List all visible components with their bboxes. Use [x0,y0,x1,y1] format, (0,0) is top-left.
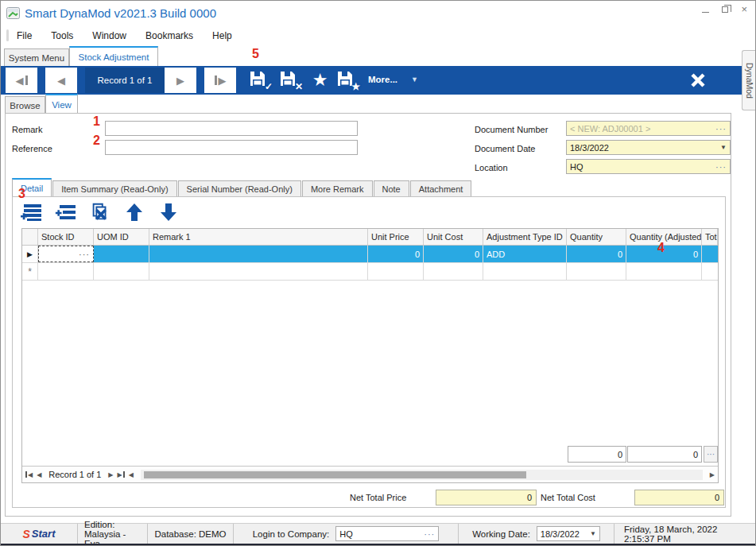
last-record-button[interactable]: ▶ [204,68,236,93]
document-number-lookup-icon[interactable]: ··· [715,124,727,134]
location-lookup-icon[interactable]: ··· [715,162,727,172]
tab-serial-number[interactable]: Serial Number (Read-Only) [178,180,301,197]
login-company-section: Login to Company: HQ··· [234,524,459,544]
col-remark-1[interactable]: Remark 1 [149,229,368,245]
cell-remark-1[interactable] [149,246,368,262]
login-company-field[interactable]: HQ··· [335,526,439,541]
tab-item-summary[interactable]: Item Summary (Read-Only) [52,180,176,197]
add-row-icon[interactable] [21,201,43,223]
annotation-2: 2 [93,134,100,148]
tab-browse[interactable]: Browse [5,96,45,114]
working-date-field[interactable]: 18/3/2022▼ [537,526,600,541]
datetime-status: Friday, 18 March, 2022 2:15:37 PM [614,524,755,544]
reference-label: Reference [12,144,52,153]
col-stock-id[interactable]: Stock ID [38,229,94,245]
document-date-field[interactable]: 18/3/2022▼ [566,140,731,155]
nav-first-icon[interactable]: ◀ [25,471,33,478]
working-date-section: Working Date: 18/3/2022▼ [459,524,614,544]
tab-view[interactable]: View [45,94,78,114]
grid-record-navigator: ◀ ◀ Record 1 of 1 ▶ ▶ ◀ ▶ [22,466,718,482]
nav-previous-icon[interactable]: ◀ [37,471,41,478]
col-unit-price[interactable]: Unit Price [368,229,424,245]
cell-total[interactable] [702,246,718,262]
detail-tab-strip: Detail Item Summary (Read-Only) Serial N… [12,178,472,197]
grid-row-new[interactable]: * [22,263,718,281]
first-record-button[interactable]: ◀ [6,68,37,93]
minimize-icon[interactable] [702,6,709,13]
nav-next-icon[interactable]: ▶ [108,471,113,478]
document-date-dropdown-icon[interactable]: ▼ [720,144,727,151]
tab-more-remark[interactable]: More Remark [302,180,373,197]
tab-note[interactable]: Note [374,180,409,197]
net-total-price-field: 0 [436,490,537,505]
col-total[interactable]: Tot [702,229,718,245]
net-total-cost-field: 0 [634,490,724,505]
menu-tools[interactable]: Tools [51,30,73,41]
menu-bookmarks[interactable]: Bookmarks [145,30,193,41]
cell-unit-price[interactable]: 0 [368,246,424,262]
next-record-button[interactable]: ▶ [165,68,196,93]
detail-grid-toolbar [21,201,180,223]
save-cancel-icon[interactable]: ✕ [279,70,300,91]
horizontal-scrollbar[interactable] [141,470,703,480]
move-down-icon[interactable] [157,201,180,223]
cell-uom-id[interactable] [94,246,149,262]
login-company-lookup-icon[interactable]: ··· [424,529,435,539]
more-dropdown-caret-icon[interactable]: ▼ [411,76,418,83]
close-window-icon[interactable]: × [741,6,747,14]
row-selector-icon: ▶ [22,246,38,262]
start-logo-icon: S [23,528,30,540]
move-up-icon[interactable] [123,201,145,223]
previous-record-button[interactable]: ◀ [45,68,77,93]
grid-row-selected[interactable]: ▶ ··· 0 0 ADD 0 0 [22,246,718,263]
nav-last-icon[interactable]: ▶ [118,471,125,478]
col-uom-id[interactable]: UOM ID [94,229,149,245]
tab-attachment[interactable]: Attachment [410,180,472,197]
hscroll-right-icon[interactable]: ▶ [710,471,715,478]
save-star-icon[interactable]: ★ [336,70,358,91]
close-document-icon[interactable] [688,72,710,89]
restore-icon[interactable] [722,6,728,13]
start-button[interactable]: S Start [1,524,78,544]
window-title: Smart DynaMod v2021.3 Build 0000 [25,6,216,20]
insert-row-icon[interactable] [55,201,77,223]
remark-input[interactable] [105,121,358,136]
col-adjustment-type-id[interactable]: Adjustment Type ID [483,229,567,245]
quantity-footer-total[interactable]: 0 [568,446,626,463]
location-field[interactable]: HQ··· [566,159,731,174]
document-number-field[interactable]: < NEW: ADJ00001 >··· [566,121,731,136]
document-number-label: Document Number [475,125,548,134]
hscroll-left-icon[interactable]: ◀ [129,471,134,478]
footer-options-icon[interactable]: ··· [704,446,718,463]
col-unit-cost[interactable]: Unit Cost [424,229,483,245]
scrollbar-thumb[interactable] [144,471,526,478]
menu-help[interactable]: Help [212,30,232,41]
more-button[interactable]: More... [368,75,397,84]
working-date-dropdown-icon[interactable]: ▼ [590,530,596,537]
save-check-icon[interactable]: ✓ [249,70,270,91]
quantity-adjusted-footer-total[interactable]: 0 [627,446,702,463]
cell-unit-cost[interactable]: 0 [424,246,483,262]
col-row-selector [22,229,38,245]
cell-adjustment-type-id[interactable]: ADD [483,246,567,262]
delete-rows-icon[interactable] [89,201,111,223]
annotation-3: 3 [18,187,25,201]
star-icon[interactable]: ★ [309,70,331,91]
detail-grid: Stock ID UOM ID Remark 1 Unit Price Unit… [21,228,719,483]
col-quantity[interactable]: Quantity [567,229,626,245]
menu-file[interactable]: File [17,30,32,41]
tab-stock-adjustment[interactable]: Stock Adjustment [69,46,158,66]
cell-quantity[interactable]: 0 [567,246,626,262]
stock-id-lookup-icon[interactable]: ··· [79,250,90,259]
grid-record-counter: Record 1 of 1 [48,470,101,479]
tab-system-menu[interactable]: System Menu [4,48,69,66]
database-status: Database: DEMO [148,524,234,544]
cell-stock-id[interactable]: ··· [38,246,94,262]
reference-input[interactable] [105,140,358,155]
menu-window[interactable]: Window [92,30,126,41]
record-toolbar: ◀ ◀ Record 1 of 1 ▶ ▶ ✓ ✕ ★ ★ More... ▼ [1,66,755,95]
net-total-price-label: Net Total Price [350,493,406,502]
annotation-1: 1 [93,114,100,129]
title-bar: Smart DynaMod v2021.3 Build 0000 [1,1,755,25]
dynamod-side-tab[interactable]: DynaMod [742,50,756,110]
